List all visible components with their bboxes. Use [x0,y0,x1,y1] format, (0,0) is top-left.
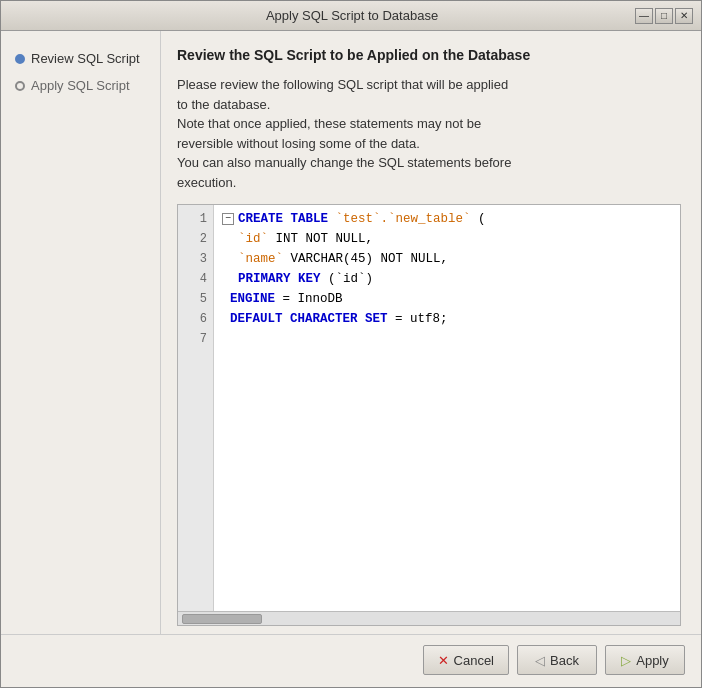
inactive-dot [15,81,25,91]
panel-title: Review the SQL Script to be Applied on t… [177,47,681,63]
apply-icon: ▷ [621,653,631,668]
close-button[interactable]: ✕ [675,8,693,24]
sidebar-item-apply-sql[interactable]: Apply SQL Script [9,74,152,97]
code-line-2: `id` INT NOT NULL, [238,229,672,249]
sidebar-item-review-sql[interactable]: Review SQL Script [9,47,152,70]
code-editor-container: 1 2 3 4 5 6 7 −CREATE TABLE `test`.`new_… [177,204,681,626]
code-line-1: −CREATE TABLE `test`.`new_table` ( [222,209,672,229]
button-bar: ✕ Cancel ◁ Back ▷ Apply [1,634,701,687]
cancel-label: Cancel [454,653,494,668]
content-area: Review SQL Script Apply SQL Script Revie… [1,31,701,634]
active-dot [15,54,25,64]
code-content[interactable]: −CREATE TABLE `test`.`new_table` ( `id` … [214,205,680,611]
cancel-button[interactable]: ✕ Cancel [423,645,509,675]
code-line-3: `name` VARCHAR(45) NOT NULL, [238,249,672,269]
code-editor[interactable]: 1 2 3 4 5 6 7 −CREATE TABLE `test`.`new_… [178,205,680,611]
line-numbers: 1 2 3 4 5 6 7 [178,205,214,611]
fold-button-1[interactable]: − [222,213,234,225]
desc-line-1: Please review the following SQL script t… [177,77,511,190]
sidebar-item-apply-label: Apply SQL Script [31,78,130,93]
apply-button[interactable]: ▷ Apply [605,645,685,675]
code-line-4: PRIMARY KEY (`id`) [238,269,672,289]
scrollbar-thumb[interactable] [182,614,262,624]
back-button[interactable]: ◁ Back [517,645,597,675]
minimize-button[interactable]: — [635,8,653,24]
apply-label: Apply [636,653,669,668]
main-window: Apply SQL Script to Database — □ ✕ Revie… [0,0,702,688]
back-icon: ◁ [535,653,545,668]
sidebar: Review SQL Script Apply SQL Script [1,31,161,634]
window-controls: — □ ✕ [635,8,693,24]
maximize-button[interactable]: □ [655,8,673,24]
cancel-icon: ✕ [438,653,449,668]
code-line-7 [222,329,672,349]
title-bar: Apply SQL Script to Database — □ ✕ [1,1,701,31]
description: Please review the following SQL script t… [177,75,681,192]
sidebar-item-review-label: Review SQL Script [31,51,140,66]
horizontal-scrollbar[interactable] [178,611,680,625]
main-panel: Review the SQL Script to be Applied on t… [161,31,701,634]
window-title: Apply SQL Script to Database [69,8,635,23]
back-label: Back [550,653,579,668]
code-line-5: ENGINE = InnoDB [222,289,672,309]
code-line-6: DEFAULT CHARACTER SET = utf8; [222,309,672,329]
